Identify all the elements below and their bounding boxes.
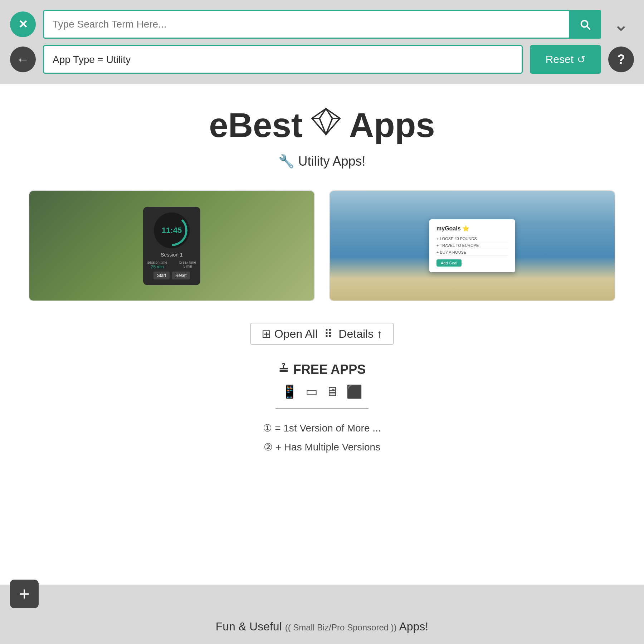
timer-buttons: Start Reset <box>147 272 196 279</box>
goals-item: + BUY A HOUSE <box>436 249 508 256</box>
reset-label: Reset <box>546 53 574 65</box>
reset-icon: ↺ <box>577 54 585 65</box>
section-divider <box>275 408 369 409</box>
open-all-row: ⊞ Open All ⠿ Details ↑ <box>29 323 615 345</box>
legend-item-1: ① = 1st Version of More ... <box>29 419 615 438</box>
site-title: eBest Apps <box>29 105 615 145</box>
search-input[interactable] <box>43 10 601 39</box>
timer-time-display: 11:45 <box>162 226 182 235</box>
footer-text-small: (( Small Biz/Pro Sponsored )) <box>285 623 399 632</box>
free-apps-title: ≟ FREE APPS <box>29 362 615 377</box>
goals-widget: myGoals ⭐ + LOOSE 40 POUNDS + TRAVEL TO … <box>429 219 515 272</box>
footer-text-part1: Fun & Useful <box>216 620 282 633</box>
search-container <box>43 10 601 39</box>
add-button[interactable]: + <box>10 580 39 608</box>
device-icons-row: 📱 ▭ 🖥 ⬛ <box>29 384 615 399</box>
tablet-icon: ▭ <box>306 384 318 399</box>
goals-item: + LOOSE 40 POUNDS <box>436 235 508 242</box>
close-button[interactable] <box>10 11 36 37</box>
goals-title: myGoals ⭐ <box>436 225 508 232</box>
filter-row: App Type = Utility Reset ↺ ? <box>0 39 644 74</box>
app-card-footer-list: ✦ MY USEful LIST① <box>330 301 615 301</box>
useful-list-thumbnail: myGoals ⭐ + LOOSE 40 POUNDS + TRAVEL TO … <box>330 191 615 301</box>
main-content: eBest Apps 🔧 Utility Apps! 11:45 Session… <box>0 84 644 585</box>
laptop-icon: 🖥 <box>326 384 338 399</box>
timer-widget: 11:45 Session 1 session time 25 min brea… <box>143 207 200 285</box>
timer-circle: 11:45 <box>154 213 190 248</box>
focused-timer-thumbnail: 11:45 Session 1 session time 25 min brea… <box>29 191 314 301</box>
reset-button[interactable]: Reset ↺ <box>530 45 601 74</box>
goals-item: + TRAVEL TO EUROPE <box>436 242 508 249</box>
session-time-label: session time 25 min <box>147 260 167 269</box>
app-card-focused-timer[interactable]: 11:45 Session 1 session time 25 min brea… <box>29 190 315 301</box>
bottom-bar: Fun & Useful (( Small Biz/Pro Sponsored … <box>0 609 644 644</box>
timer-reset-button[interactable]: Reset <box>172 272 190 279</box>
app-card-footer-timer: ✦ FOCUSed Timer① <box>29 301 314 301</box>
timer-start-button[interactable]: Start <box>153 272 170 279</box>
free-apps-section: ≟ FREE APPS 📱 ▭ 🖥 ⬛ ① = 1st Version of M… <box>29 362 615 457</box>
break-time-label: break time 5 min <box>179 260 196 269</box>
filter-select[interactable]: App Type = Utility <box>43 45 523 74</box>
subtitle: 🔧 Utility Apps! <box>29 154 615 169</box>
phone-icon: 📱 <box>282 384 298 399</box>
diamond-icon <box>310 105 342 145</box>
timer-session-label: Session 1 <box>147 252 196 258</box>
filter-icon: ≟ <box>278 362 288 377</box>
title-part2: Apps <box>349 106 435 145</box>
free-apps-label: FREE APPS <box>293 362 366 377</box>
search-icon <box>579 18 591 31</box>
footer-text-part2: Apps! <box>399 620 428 633</box>
search-button[interactable] <box>569 10 601 39</box>
back-button[interactable] <box>10 47 36 72</box>
timer-row: session time 25 min break time 5 min <box>147 260 196 269</box>
top-bar <box>0 0 644 39</box>
desktop-icon: ⬛ <box>346 384 362 399</box>
help-button[interactable]: ? <box>608 47 634 72</box>
app-card-useful-list[interactable]: myGoals ⭐ + LOOSE 40 POUNDS + TRAVEL TO … <box>329 190 615 301</box>
title-part1: eBest <box>209 106 302 145</box>
legend: ① = 1st Version of More ... ② + Has Mult… <box>29 419 615 457</box>
svg-marker-0 <box>312 109 340 135</box>
chevron-down-button[interactable] <box>608 11 634 37</box>
goals-add-button[interactable]: Add Goal <box>436 259 462 267</box>
legend-item-2: ② + Has Multiple Versions <box>29 438 615 457</box>
open-all-label[interactable]: ⊞ Open All ⠿ Details ↑ <box>250 323 394 345</box>
app-grid: 11:45 Session 1 session time 25 min brea… <box>29 190 615 301</box>
